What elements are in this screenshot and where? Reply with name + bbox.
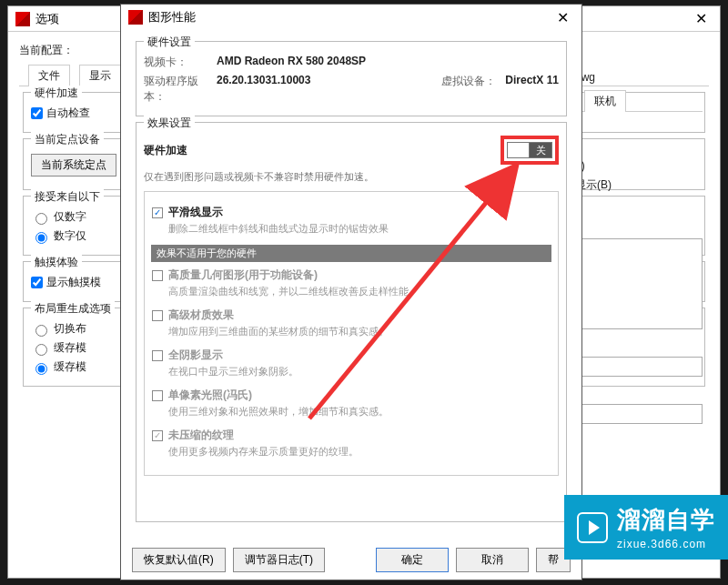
video-card-row: 视频卡： AMD Radeon RX 580 2048SP	[144, 55, 559, 70]
point-device-legend: 当前定点设备	[31, 132, 104, 147]
smooth-line-item[interactable]: 平滑线显示 删除二维线框中斜线和曲线式边显示时的锯齿效果	[152, 205, 551, 236]
texture-desc: 使用更多视频内存来显示质量更好的纹理。	[168, 445, 551, 459]
right-dwg-label: dwg	[575, 71, 703, 84]
smooth-line-desc: 删除二维线框中斜线和曲线式边显示时的锯齿效果	[168, 222, 551, 236]
cancel-button[interactable]: 取消	[456, 548, 529, 572]
dlg-footer: 恢复默认值(R) 调节器日志(T) 确定 取消 帮	[121, 548, 581, 572]
video-card-label: 视频卡：	[144, 55, 217, 70]
smooth-line-title: 平滑线显示	[168, 205, 223, 220]
hw-accel-row: 硬件加速 关	[144, 136, 559, 165]
ok-button[interactable]: 确定	[376, 548, 449, 572]
watermark-url: zixue.3d66.com	[617, 538, 715, 550]
graphics-perf-dialog: 图形性能 ✕ 硬件设置 视频卡： AMD Radeon RX 580 2048S…	[120, 4, 582, 580]
restore-defaults-button[interactable]: 恢复默认值(R)	[132, 548, 226, 572]
show-touch-input[interactable]	[31, 277, 43, 288]
right-listbox[interactable]	[575, 238, 703, 329]
checkbox-icon: ✓	[152, 430, 163, 441]
app-logo-icon	[128, 10, 143, 25]
touch-legend: 触摸体验	[31, 255, 82, 270]
effect-settings-legend: 效果设置	[144, 116, 195, 131]
toggle-state: 关	[530, 143, 551, 157]
right-showb-label: 显示(B)	[575, 177, 703, 193]
system-point-button[interactable]: 当前系统定点	[31, 154, 116, 177]
not-applicable-stripe: 效果不适用于您的硬件	[151, 245, 551, 262]
toggle-handle-icon	[508, 143, 530, 157]
tab-display[interactable]: 显示	[79, 65, 121, 86]
auto-check-label: 自动检查	[46, 106, 90, 121]
dlg-title: 图形性能	[148, 9, 196, 25]
adv-mat-item: 高级材质效果 增加应用到三维曲面的某些材质的细节和真实感。	[152, 308, 551, 338]
video-card-value: AMD Radeon RX 580 2048SP	[217, 55, 366, 70]
watermark-title: 溜溜自学	[617, 504, 715, 536]
dlg-body: 硬件设置 视频卡： AMD Radeon RX 580 2048SP 驱动程序版…	[121, 30, 581, 522]
high-geom-item: 高质量几何图形(用于功能设备) 高质量渲染曲线和线宽，并以二维线框改善反走样性能…	[152, 267, 551, 298]
right-field-1[interactable]	[575, 357, 703, 377]
adv-mat-title: 高级材质效果	[168, 308, 234, 323]
adv-mat-desc: 增加应用到三维曲面的某些材质的细节和真实感。	[168, 325, 551, 338]
right-partial-area: dwg 联机 L) 显示(B)	[575, 66, 703, 429]
tuner-log-button[interactable]: 调节器日志(T)	[233, 548, 325, 572]
shadow-desc: 在视口中显示三维对象阴影。	[168, 365, 551, 378]
high-geom-desc: 高质量渲染曲线和线宽，并以二维线框改善反走样性能。	[168, 285, 551, 298]
hw-accel-label: 硬件加速	[144, 143, 187, 158]
checkbox-icon	[152, 270, 163, 281]
driver-label: 驱动程序版本：	[144, 74, 217, 105]
tab-file[interactable]: 文件	[28, 65, 70, 86]
app-logo-icon	[15, 12, 30, 26]
close-icon[interactable]: ✕	[690, 10, 713, 27]
close-icon[interactable]: ✕	[551, 9, 574, 26]
play-icon	[577, 512, 608, 543]
smooth-line-option: 平滑线显示 删除二维线框中斜线和曲线式边显示时的锯齿效果 效果不适用于您的硬件 …	[144, 191, 559, 476]
driver-value: 26.20.13031.10003	[217, 74, 310, 105]
shadow-item: 全阴影显示 在视口中显示三维对象阴影。	[152, 348, 551, 378]
tab-online[interactable]: 联机	[584, 90, 626, 112]
virt-label: 虚拟设备：	[441, 74, 496, 105]
pixel-light-desc: 使用三维对象和光照效果时，增加细节和真实感。	[168, 405, 551, 419]
effect-settings-group: 效果设置 硬件加速 关 仅在遇到图形问题或视频卡不兼容时禁用硬件加速。 平滑线显…	[136, 122, 567, 522]
pixel-light-item: 单像素光照(冯氏) 使用三维对象和光照效果时，增加细节和真实感。	[152, 388, 551, 419]
virt-value: DirectX 11	[505, 74, 559, 105]
right-field-2[interactable]	[575, 404, 703, 424]
shadow-title: 全阴影显示	[168, 348, 223, 363]
hw-accel-toggle[interactable]: 关	[507, 142, 552, 158]
auto-check-input[interactable]	[31, 107, 43, 119]
hardware-settings-legend: 硬件设置	[144, 35, 195, 50]
right-l-label: L)	[575, 159, 703, 172]
hardware-settings-group: 硬件设置 视频卡： AMD Radeon RX 580 2048SP 驱动程序版…	[136, 41, 567, 116]
hw-accel-hint: 仅在遇到图形问题或视频卡不兼容时禁用硬件加速。	[144, 170, 559, 184]
driver-row: 驱动程序版本： 26.20.13031.10003 虚拟设备： DirectX …	[144, 74, 559, 105]
checkbox-icon[interactable]	[152, 207, 163, 218]
options-title: 选项	[35, 11, 59, 27]
high-geom-title: 高质量几何图形(用于功能设备)	[168, 267, 318, 283]
texture-title: 未压缩的纹理	[168, 428, 234, 443]
watermark: 溜溜自学 zixue.3d66.com	[564, 495, 728, 560]
dlg-titlebar: 图形性能 ✕	[121, 5, 581, 30]
texture-item: ✓未压缩的纹理 使用更多视频内存来显示质量更好的纹理。	[152, 428, 551, 459]
pixel-light-title: 单像素光照(冯氏)	[168, 388, 252, 403]
checkbox-icon	[152, 310, 163, 321]
checkbox-icon	[152, 390, 163, 401]
checkbox-icon	[152, 350, 163, 361]
accept-from-legend: 接受来自以下	[31, 189, 104, 205]
hw-accel-toggle-highlight: 关	[500, 136, 559, 165]
layout-regen-legend: 布局重生成选项	[31, 301, 115, 317]
hw-accel-legend: 硬件加速	[31, 86, 82, 101]
